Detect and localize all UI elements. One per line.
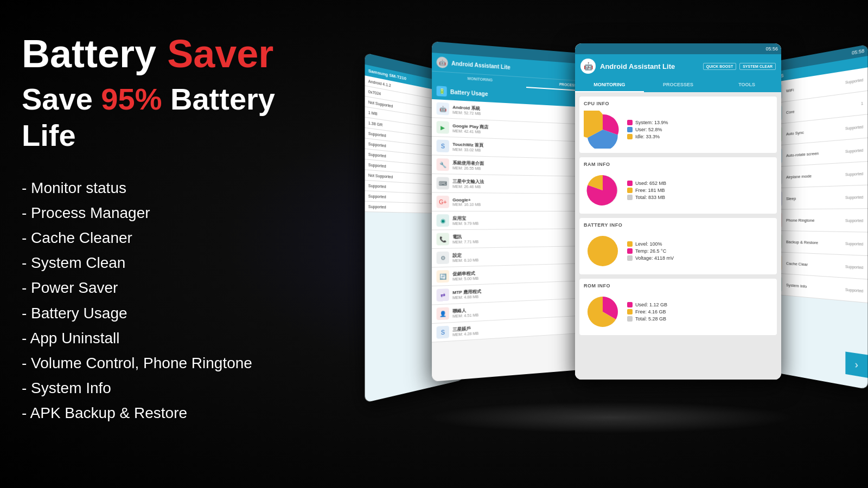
monitoring-content: CPU INFO xyxy=(575,92,781,380)
title-white: Battery xyxy=(22,32,156,75)
phone-3: 05:56 🤖 Android Assistant Lite QUICK BOO… xyxy=(575,43,781,380)
feature-2: - Process Manager xyxy=(22,201,326,226)
app-icon: 🤖 xyxy=(580,59,596,74)
cpu-idle-label: Idle: 33.3% xyxy=(635,134,660,139)
subtitle-red: 95% xyxy=(101,82,162,116)
phone-glow xyxy=(420,401,800,434)
rom-info-section: ROM INFO Used: 1.12 G xyxy=(579,279,777,335)
ram-pie-chart xyxy=(584,171,622,209)
tool-status: Supported xyxy=(845,219,863,222)
tool-status: 1 xyxy=(861,101,863,105)
tool-label: Auto Sync xyxy=(786,130,804,136)
rom-total-dot xyxy=(627,316,633,322)
system-clear-button[interactable]: SYSTEM CLEAR xyxy=(739,63,776,70)
process-icon: ⚙ xyxy=(437,252,449,264)
tool-label: WiFi xyxy=(786,87,794,93)
header-buttons: QUICK BOOST SYSTEM CLEAR xyxy=(703,63,776,70)
process-icon: ◉ xyxy=(437,214,449,227)
feature-9: - System Info xyxy=(22,376,326,401)
tool-label: Cache Clear xyxy=(786,261,808,267)
process-icon: 🤖 xyxy=(437,102,449,115)
phone-3-status-bar: 05:56 xyxy=(575,43,781,54)
rom-used: Used: 1.12 GB xyxy=(627,302,667,307)
rom-used-label: Used: 1.12 GB xyxy=(635,302,667,307)
battery-legend: Level: 100% Temp: 26.5 °C Voltage: 4118 … xyxy=(627,241,674,261)
tool-status: Supported xyxy=(845,195,863,199)
process-icon: 🔄 xyxy=(437,270,449,283)
feature-4: - System Clean xyxy=(22,251,326,275)
rom-used-dot xyxy=(627,302,633,307)
cpu-info-section: CPU INFO xyxy=(579,97,777,153)
main-title: Battery Saver xyxy=(22,33,326,75)
ram-free: Free: 181 MB xyxy=(627,188,666,193)
svg-point-2 xyxy=(588,236,618,266)
battery-level-dot xyxy=(627,241,633,247)
tool-label: Auto-rotate screen xyxy=(786,151,819,158)
app-header-left: 🤖 Android Assistant Lite xyxy=(580,59,675,74)
cpu-user: User: 52.8% xyxy=(627,127,668,132)
battery-level-label: Level: 100% xyxy=(635,241,662,247)
title-red: Saver xyxy=(167,32,273,75)
feature-5: - Power Saver xyxy=(22,275,326,300)
feature-1: - Monitor status xyxy=(22,176,326,201)
rom-free-label: Free: 4.16 GB xyxy=(635,309,666,314)
rom-free: Free: 4.16 GB xyxy=(627,309,667,314)
battery-voltage-label: Voltage: 4118 mV xyxy=(635,255,674,261)
next-arrow-button[interactable]: › xyxy=(845,351,867,377)
battery-info-row: Level: 100% Temp: 26.5 °C Voltage: 4118 … xyxy=(584,232,773,270)
phone-3-time: 05:56 xyxy=(765,46,778,52)
feature-6: - Battery Usage xyxy=(22,301,326,326)
process-icon: ▶ xyxy=(437,121,449,134)
quick-boost-button[interactable]: QUICK BOOST xyxy=(703,63,736,70)
ram-free-label: Free: 181 MB xyxy=(635,188,665,193)
battery-pie-chart xyxy=(584,232,622,270)
phone-4-time: 05:58 xyxy=(852,48,864,56)
rom-total-label: Total: 5.28 GB xyxy=(635,316,666,322)
tool-status: Supported xyxy=(845,264,863,269)
tool-label: Phone Ringtone xyxy=(786,217,814,222)
cpu-pie-chart xyxy=(584,111,622,149)
tool-label: Core xyxy=(786,109,794,115)
rom-legend: Used: 1.12 GB Free: 4.16 GB Total: 5.28 … xyxy=(627,302,667,322)
cpu-info-title: CPU INFO xyxy=(584,101,773,106)
app-name: Android Assistant Lite xyxy=(600,62,675,70)
rom-free-dot xyxy=(627,309,633,314)
tab-monitoring[interactable]: MONITORING xyxy=(575,78,644,92)
battery-temp-dot xyxy=(627,248,633,254)
rom-pie-chart xyxy=(584,293,622,331)
subtitle: Save 95% Battery Life xyxy=(22,81,326,153)
process-icon: S xyxy=(437,139,449,152)
p2-app-name: Android Assistant Lite xyxy=(451,60,510,70)
ram-total-label: Total: 833 MB xyxy=(635,195,665,200)
ram-info-section: RAM INFO Used: 652 MB xyxy=(579,157,777,214)
battery-icon: 🔋 xyxy=(437,86,447,97)
cpu-user-dot xyxy=(627,127,633,132)
battery-info-title: BATTERY INFO xyxy=(584,222,773,228)
ram-used-label: Used: 652 MB xyxy=(635,181,666,186)
p2-app-icon: 🤖 xyxy=(437,56,448,68)
tool-label: Sleep xyxy=(786,196,796,201)
ram-info-row: Used: 652 MB Free: 181 MB Total: 833 MB xyxy=(584,171,773,209)
process-icon: G+ xyxy=(437,196,449,208)
ram-info-title: RAM INFO xyxy=(584,162,773,167)
tab-processes[interactable]: PROCESSES xyxy=(644,78,713,92)
phones-container: 05:58 Samsung SM-T210 Android 4.1.2 0x70… xyxy=(353,0,868,488)
cpu-system-label: System: 13.9% xyxy=(635,120,668,125)
process-icon: S xyxy=(437,326,449,339)
cpu-idle: Idle: 33.3% xyxy=(627,134,668,139)
tool-status: Supported xyxy=(845,287,863,293)
tab-tools[interactable]: TOOLS xyxy=(712,78,781,92)
battery-level: Level: 100% xyxy=(627,241,674,247)
process-icon: ⌨ xyxy=(437,177,449,189)
battery-temp: Temp: 26.5 °C xyxy=(627,248,674,254)
left-text-section: Battery Saver Save 95% Battery Life - Mo… xyxy=(22,33,326,426)
cpu-system-dot xyxy=(627,120,633,125)
battery-voltage-dot xyxy=(627,255,633,261)
cpu-idle-dot xyxy=(627,134,633,139)
process-icon: 📞 xyxy=(437,233,449,245)
battery-usage-label: Battery Usage xyxy=(450,88,488,97)
ram-legend: Used: 652 MB Free: 181 MB Total: 833 MB xyxy=(627,181,666,200)
cpu-system: System: 13.9% xyxy=(627,120,668,125)
tool-label: Airplane mode xyxy=(786,174,812,179)
process-icon: ⇄ xyxy=(437,288,449,301)
